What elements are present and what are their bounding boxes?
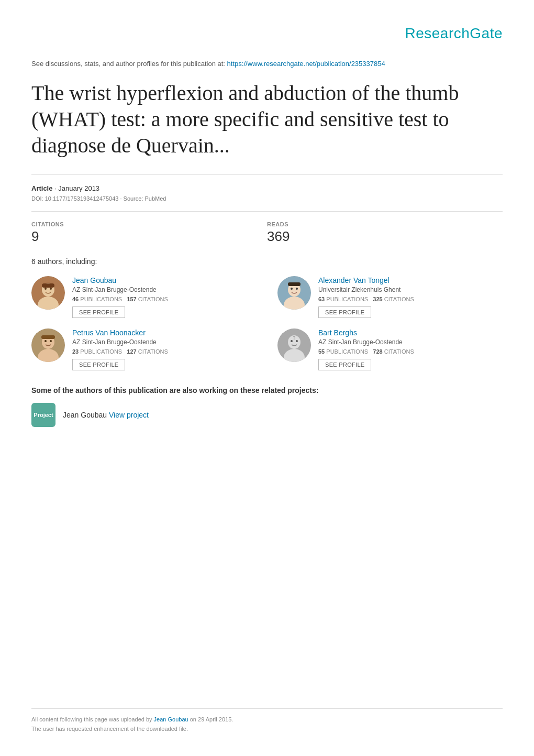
stats-row: CITATIONS 9 READS 369 <box>31 221 503 245</box>
author-avatar <box>31 328 65 362</box>
project-row: ProjectJean Goubau View project <box>31 403 503 427</box>
see-profile-button[interactable]: SEE PROFILE <box>318 306 371 318</box>
citations-value: 9 <box>31 228 267 245</box>
author-info: Bart BerghsAZ Sint-Jan Brugge-Oostende55… <box>318 328 503 370</box>
author-institution: AZ Sint-Jan Brugge-Oostende <box>318 338 503 346</box>
researchgate-logo: ResearchGate <box>405 25 503 41</box>
author-card: Petrus Van HoonackerAZ Sint-Jan Brugge-O… <box>31 328 257 370</box>
see-profile-button[interactable]: SEE PROFILE <box>72 359 125 370</box>
svg-point-16 <box>50 340 52 342</box>
author-stats: 23 PUBLICATIONS 127 CITATIONS <box>72 348 257 355</box>
article-type: Article · January 2013 <box>31 184 503 192</box>
see-profile-button[interactable]: SEE PROFILE <box>318 359 371 370</box>
author-stats: 46 PUBLICATIONS 157 CITATIONS <box>72 296 257 302</box>
project-text: Jean Goubau View project <box>63 411 149 419</box>
article-title: The wrist hyperflexion and abduction of … <box>31 80 503 159</box>
author-institution: AZ Sint-Jan Brugge-Oostende <box>72 338 257 346</box>
see-profile-button[interactable]: SEE PROFILE <box>72 306 125 318</box>
intro-line: See discussions, stats, and author profi… <box>31 60 503 68</box>
author-card: Alexander Van TongelUniversitair Ziekenh… <box>277 276 503 318</box>
author-avatar <box>31 276 65 310</box>
svg-point-15 <box>44 340 47 342</box>
project-badge: Project <box>31 403 55 427</box>
svg-rect-11 <box>288 282 301 286</box>
svg-text:?: ? <box>293 335 296 341</box>
divider-stats <box>31 211 503 212</box>
author-card: Jean GoubauAZ Sint-Jan Brugge-Oostende46… <box>31 276 257 318</box>
svg-point-22 <box>296 340 298 342</box>
svg-point-4 <box>50 288 52 290</box>
footer-divider <box>31 708 503 709</box>
svg-point-3 <box>44 288 47 290</box>
author-name[interactable]: Bart Berghs <box>318 328 503 337</box>
author-info: Jean GoubauAZ Sint-Jan Brugge-Oostende46… <box>72 276 257 318</box>
svg-point-10 <box>296 288 298 290</box>
publication-link[interactable]: https://www.researchgate.net/publication… <box>227 60 385 68</box>
author-avatar: ? <box>277 328 311 362</box>
author-name[interactable]: Petrus Van Hoonacker <box>72 328 257 337</box>
author-institution: Universitair Ziekenhuis Ghent <box>318 286 503 293</box>
author-name[interactable]: Jean Goubau <box>72 276 257 284</box>
svg-rect-17 <box>41 335 55 339</box>
svg-point-9 <box>291 288 293 290</box>
svg-point-21 <box>291 340 293 342</box>
author-stats: 55 PUBLICATIONS 728 CITATIONS <box>318 348 503 355</box>
footer-line1: All content following this page was uplo… <box>31 716 503 722</box>
reads-label: READS <box>267 221 503 227</box>
author-card: ? Bart BerghsAZ Sint-Jan Brugge-Oostende… <box>277 328 503 370</box>
view-project-link[interactable]: View project <box>109 411 149 419</box>
author-info: Petrus Van HoonackerAZ Sint-Jan Brugge-O… <box>72 328 257 370</box>
author-avatar <box>277 276 311 310</box>
authors-heading: 6 authors, including: <box>31 257 503 266</box>
footer-author-link[interactable]: Jean Goubau <box>154 716 188 722</box>
svg-rect-5 <box>42 283 54 288</box>
citations-label: CITATIONS <box>31 221 267 227</box>
author-name[interactable]: Alexander Van Tongel <box>318 276 503 284</box>
page-footer: All content following this page was uplo… <box>31 708 503 735</box>
reads-value: 369 <box>267 228 503 245</box>
author-info: Alexander Van TongelUniversitair Ziekenh… <box>318 276 503 318</box>
author-institution: AZ Sint-Jan Brugge-Oostende <box>72 286 257 293</box>
author-stats: 63 PUBLICATIONS 325 CITATIONS <box>318 296 503 302</box>
header: ResearchGate <box>31 16 503 54</box>
authors-grid: Jean GoubauAZ Sint-Jan Brugge-Oostende46… <box>31 276 503 370</box>
related-projects-heading: Some of the authors of this publication … <box>31 386 503 395</box>
doi-line: DOI: 10.1177/1753193412475043 · Source: … <box>31 195 503 202</box>
divider-top <box>31 174 503 175</box>
reads-block: READS 369 <box>267 221 503 245</box>
footer-line2: The user has requested enhancement of th… <box>31 726 503 732</box>
citations-block: CITATIONS 9 <box>31 221 267 245</box>
